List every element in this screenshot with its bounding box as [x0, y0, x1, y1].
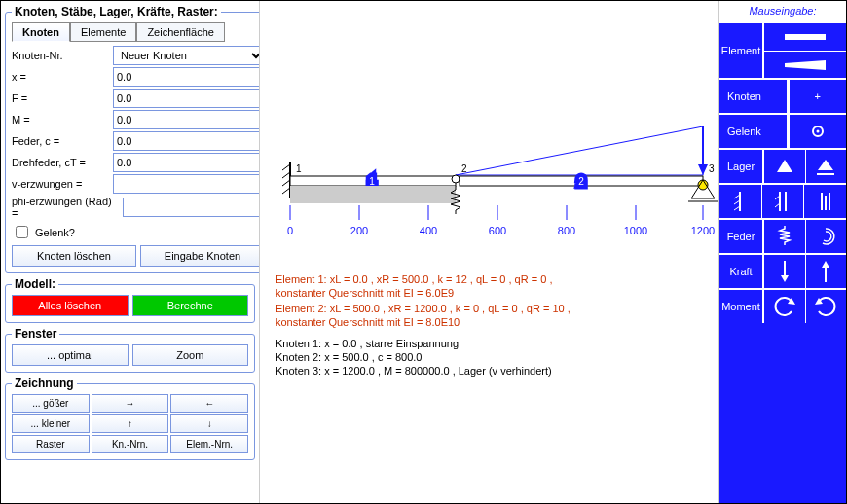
tab-bar: Knoten Elemente Zeichenfläche	[12, 22, 265, 42]
svg-rect-10	[290, 186, 456, 203]
svg-text:0: 0	[287, 225, 293, 236]
palette-element-label: Element	[719, 23, 764, 78]
bar-tapered-icon[interactable]	[764, 51, 846, 78]
svg-rect-34	[785, 34, 826, 40]
element2-info-line1: Element 2: xL = 500.0 , xR = 1200.0 , k …	[276, 303, 571, 314]
svg-text:1: 1	[296, 163, 302, 174]
moment-ccw-icon[interactable]	[764, 290, 805, 323]
modell-fieldset: Modell: Alles löschen Berechne	[5, 277, 255, 323]
force-up-icon[interactable]	[805, 255, 847, 288]
v-erzw-input[interactable]	[113, 174, 265, 194]
berechne-button[interactable]: Berechne	[132, 295, 249, 316]
vertical-force-icon[interactable]	[803, 185, 846, 218]
svg-line-4	[282, 164, 290, 170]
svg-marker-53	[781, 275, 789, 282]
bar-straight-icon[interactable]	[764, 23, 846, 51]
x-input[interactable]	[113, 67, 265, 87]
optimal-button[interactable]: ... optimal	[12, 344, 129, 366]
svg-marker-38	[777, 160, 792, 172]
palette-gelenk-label: Gelenk	[719, 115, 789, 148]
drehfeder-input[interactable]	[113, 153, 265, 172]
feder-input[interactable]	[113, 131, 265, 151]
svg-text:1200: 1200	[691, 225, 715, 236]
tab-elemente[interactable]: Elemente	[70, 22, 136, 42]
knoten-nr-select[interactable]: Neuer Knoten	[113, 46, 265, 65]
eingabe-knoten-button[interactable]: Eingabe Knoten	[140, 245, 265, 267]
canvas-area[interactable]: 1 2 1 2 3 0	[259, 1, 719, 503]
rot-spring-icon[interactable]	[805, 220, 847, 253]
svg-text:600: 600	[489, 225, 506, 236]
svg-text:800: 800	[558, 225, 575, 236]
element2-info-line2: konstanter Querschnitt mit EI = 8.0E10	[276, 316, 460, 328]
alles-loeschen-button[interactable]: Alles löschen	[12, 295, 129, 316]
beam-diagram: 1 2 1 2 3 0	[260, 1, 718, 254]
fixed-support-icon[interactable]	[719, 185, 761, 218]
left-panel: Knoten, Stäbe, Lager, Kräfte, Raster: Kn…	[1, 1, 259, 503]
elem-nrn-button[interactable]: Elem.-Nrn.	[170, 435, 248, 453]
svg-text:400: 400	[420, 225, 437, 236]
x-label: x =	[12, 71, 109, 83]
m-label: M =	[12, 114, 109, 126]
sliding-fixed-icon[interactable]	[761, 185, 804, 218]
arrow-up-button[interactable]: ↑	[92, 414, 169, 433]
right-palette: Mauseingabe: Element Knoten + Gelenk Lag…	[719, 1, 846, 503]
knoten2-info: Knoten 2: x = 500.0 , c = 800.0	[276, 351, 422, 363]
tab-zeichenflaeche[interactable]: Zeichenfläche	[136, 22, 225, 42]
element1-info-line2: konstanter Querschnitt mit EI = 6.0E9	[276, 287, 454, 299]
tab-knoten[interactable]: Knoten	[12, 22, 70, 42]
kn-nrn-button[interactable]: Kn.-Nrn.	[92, 435, 169, 453]
zeichnung-fieldset: Zeichnung ... gößer → ← ... kleiner ↑ ↓ …	[5, 377, 255, 460]
zoom-button[interactable]: Zoom	[132, 344, 249, 366]
knoten-loeschen-button[interactable]: Knoten löschen	[12, 245, 136, 267]
modell-fieldset-title: Modell:	[12, 277, 58, 291]
raster-button[interactable]: Raster	[12, 435, 90, 453]
svg-marker-2	[698, 164, 708, 175]
feder-label: Feder, c =	[12, 135, 109, 147]
svg-text:1: 1	[369, 176, 375, 187]
plus-icon[interactable]: +	[789, 80, 847, 113]
m-input[interactable]	[113, 110, 265, 129]
support-pin-icon[interactable]	[764, 150, 805, 183]
knoten-nr-label: Knoten-Nr.	[12, 50, 109, 61]
svg-text:2: 2	[578, 176, 584, 187]
zeichnung-fieldset-title: Zeichnung	[12, 377, 77, 390]
svg-text:1000: 1000	[624, 225, 647, 236]
svg-line-6	[282, 180, 290, 186]
v-erzw-label: v-erzwungen =	[12, 178, 109, 190]
palette-lager-label: Lager	[719, 150, 764, 183]
arrow-left-button[interactable]: ←	[170, 394, 248, 413]
goesser-button[interactable]: ... gößer	[12, 394, 90, 413]
svg-line-5	[282, 172, 290, 178]
knoten1-info: Knoten 1: x = 0.0 , starre Einspannung	[276, 338, 459, 349]
gelenk-checkbox[interactable]	[16, 226, 28, 238]
svg-text:2: 2	[461, 163, 467, 174]
svg-line-7	[282, 188, 290, 194]
svg-marker-39	[818, 160, 833, 170]
svg-text:200: 200	[350, 225, 368, 236]
phi-erzw-input[interactable]	[123, 198, 265, 217]
kleiner-button[interactable]: ... kleiner	[12, 414, 90, 433]
moment-cw-icon[interactable]	[805, 290, 847, 323]
palette-moment-label: Moment	[719, 290, 764, 323]
svg-text:3: 3	[709, 163, 715, 174]
svg-marker-55	[822, 261, 829, 268]
f-input[interactable]	[113, 89, 265, 108]
gelenk-label: Gelenk?	[35, 227, 75, 238]
element1-info-line1: Element 1: xL = 0.0 , xR = 500.0 , k = 1…	[276, 273, 552, 285]
arrow-right-button[interactable]: →	[92, 394, 169, 413]
arrow-down-button[interactable]: ↓	[170, 414, 248, 433]
palette-kraft-label: Kraft	[719, 255, 764, 288]
knoten-fieldset-title: Knoten, Stäbe, Lager, Kräfte, Raster:	[12, 5, 221, 18]
force-down-icon[interactable]	[764, 255, 805, 288]
palette-knoten-label: Knoten	[719, 80, 789, 113]
knoten-fieldset: Knoten, Stäbe, Lager, Kräfte, Raster: Kn…	[5, 5, 272, 273]
gear-icon[interactable]	[789, 115, 847, 148]
svg-marker-35	[785, 60, 826, 70]
knoten3-info: Knoten 3: x = 1200.0 , M = 800000.0 , La…	[276, 365, 552, 377]
f-label: F =	[12, 92, 109, 104]
support-roller-icon[interactable]	[805, 150, 847, 183]
svg-point-11	[452, 175, 460, 183]
spring-icon[interactable]	[764, 220, 805, 253]
phi-erzw-label: phi-erzwungen (Rad) =	[12, 196, 119, 219]
palette-header: Mauseingabe:	[719, 1, 846, 21]
